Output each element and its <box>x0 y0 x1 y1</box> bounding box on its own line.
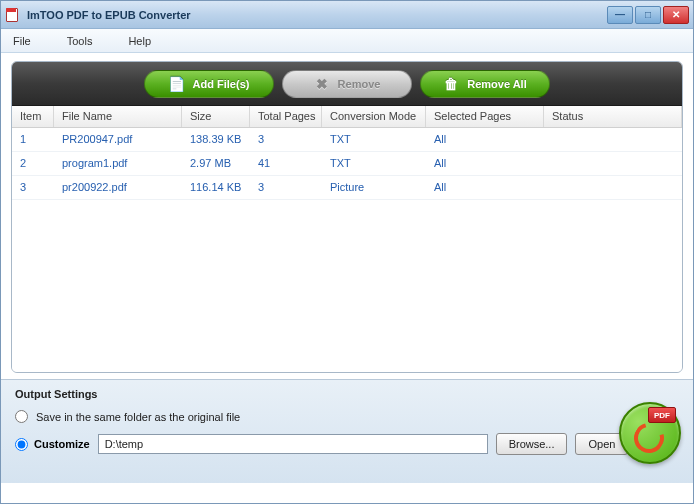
remove-all-label: Remove All <box>467 78 527 90</box>
close-button[interactable]: ✕ <box>663 6 689 24</box>
header-mode[interactable]: Conversion Mode <box>322 106 426 127</box>
remove-icon: ✖ <box>314 76 330 92</box>
output-path-input[interactable] <box>98 434 488 454</box>
refresh-arrow-icon <box>629 418 670 459</box>
cell-status <box>544 152 682 175</box>
cell-status <box>544 128 682 151</box>
titlebar: ImTOO PDF to EPUB Converter — □ ✕ <box>1 1 693 29</box>
customize-radio[interactable] <box>15 438 28 451</box>
convert-button[interactable]: PDF <box>619 402 681 464</box>
add-files-label: Add File(s) <box>193 78 250 90</box>
browse-button[interactable]: Browse... <box>496 433 568 455</box>
cell-item: 3 <box>12 176 54 199</box>
app-icon <box>5 7 21 23</box>
same-folder-radio[interactable] <box>15 410 28 423</box>
table-header: Item File Name Size Total Pages Conversi… <box>12 106 682 128</box>
header-size[interactable]: Size <box>182 106 250 127</box>
file-table: Item File Name Size Total Pages Conversi… <box>12 106 682 372</box>
menu-file[interactable]: File <box>13 35 31 47</box>
cell-totalpages: 3 <box>250 128 322 151</box>
cell-selectedpages: All <box>426 152 544 175</box>
output-title: Output Settings <box>15 388 679 400</box>
convert-icon: PDF <box>630 413 670 453</box>
cell-item: 1 <box>12 128 54 151</box>
toolbar: 📄 Add File(s) ✖ Remove 🗑 Remove All <box>12 62 682 106</box>
customize-label: Customize <box>34 438 90 450</box>
cell-size: 2.97 MB <box>182 152 250 175</box>
same-folder-label: Save in the same folder as the original … <box>36 411 240 423</box>
remove-label: Remove <box>338 78 381 90</box>
table-row[interactable]: 3 pr200922.pdf 116.14 KB 3 Picture All <box>12 176 682 200</box>
add-files-button[interactable]: 📄 Add File(s) <box>144 70 274 98</box>
cell-mode: Picture <box>322 176 426 199</box>
cell-totalpages: 41 <box>250 152 322 175</box>
cell-mode: TXT <box>322 152 426 175</box>
menubar: File Tools Help <box>1 29 693 53</box>
menu-help[interactable]: Help <box>128 35 151 47</box>
add-file-icon: 📄 <box>169 76 185 92</box>
remove-all-button[interactable]: 🗑 Remove All <box>420 70 550 98</box>
maximize-button[interactable]: □ <box>635 6 661 24</box>
cell-size: 138.39 KB <box>182 128 250 151</box>
trash-icon: 🗑 <box>443 76 459 92</box>
header-filename[interactable]: File Name <box>54 106 182 127</box>
header-selectedpages[interactable]: Selected Pages <box>426 106 544 127</box>
same-folder-option[interactable]: Save in the same folder as the original … <box>15 410 679 423</box>
cell-totalpages: 3 <box>250 176 322 199</box>
cell-filename: program1.pdf <box>54 152 182 175</box>
minimize-button[interactable]: — <box>607 6 633 24</box>
table-row[interactable]: 2 program1.pdf 2.97 MB 41 TXT All <box>12 152 682 176</box>
cell-selectedpages: All <box>426 176 544 199</box>
cell-filename: pr200922.pdf <box>54 176 182 199</box>
remove-button[interactable]: ✖ Remove <box>282 70 412 98</box>
window-title: ImTOO PDF to EPUB Converter <box>27 9 607 21</box>
output-settings: Output Settings Save in the same folder … <box>1 379 693 483</box>
cell-filename: PR200947.pdf <box>54 128 182 151</box>
header-status[interactable]: Status <box>544 106 682 127</box>
cell-mode: TXT <box>322 128 426 151</box>
customize-option: Customize Browse... Open <box>15 433 679 455</box>
customize-radio-label[interactable]: Customize <box>15 438 90 451</box>
window-controls: — □ ✕ <box>607 6 689 24</box>
header-item[interactable]: Item <box>12 106 54 127</box>
table-row[interactable]: 1 PR200947.pdf 138.39 KB 3 TXT All <box>12 128 682 152</box>
cell-selectedpages: All <box>426 128 544 151</box>
menu-tools[interactable]: Tools <box>67 35 93 47</box>
main-panel: 📄 Add File(s) ✖ Remove 🗑 Remove All Item… <box>11 61 683 373</box>
cell-size: 116.14 KB <box>182 176 250 199</box>
header-totalpages[interactable]: Total Pages <box>250 106 322 127</box>
pdf-badge: PDF <box>648 407 676 423</box>
cell-item: 2 <box>12 152 54 175</box>
cell-status <box>544 176 682 199</box>
